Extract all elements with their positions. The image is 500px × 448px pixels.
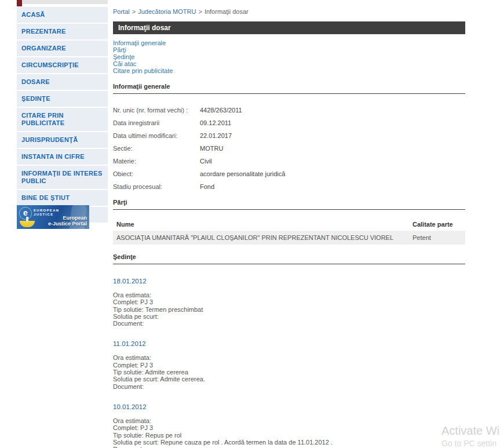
watermark-line2: Go to PC settin — [441, 438, 500, 448]
quick-link-cai-atac[interactable]: Căi atac — [113, 60, 465, 67]
quick-link-sedinte[interactable]: Şedinţe — [113, 53, 465, 60]
session-block: 11.01.2012 Ora estimata: Complet: PJ 3 T… — [113, 327, 465, 389]
field-label: Stadiu procesual: — [113, 183, 200, 190]
field-label: Nr. unic (nr. format vechi) : — [113, 107, 200, 114]
sidebar-item-jurisprudenta[interactable]: JURISPRUDENŢĂ — [17, 132, 108, 148]
parties-table: Nume Calitate parte ASOCIAŢIA UMANITARĂ … — [113, 218, 465, 245]
column-header-nume: Nume — [116, 221, 413, 228]
section-heading-sedinte: Şedinţe — [113, 253, 465, 264]
field-value: Fond — [200, 183, 214, 190]
sidebar-item-acasa[interactable]: ACASĂ — [17, 7, 108, 23]
session-block: 18.01.2012 Ora estimata: Complet: PJ 3 T… — [113, 264, 465, 327]
session-solutia-pe-scurt: Solutia pe scurt: — [113, 313, 465, 320]
session-tip-solutie: Tip solutie: Repus pe rol — [113, 432, 465, 439]
field-value: 22.01.2017 — [200, 132, 232, 139]
sidebar-item-prezentare[interactable]: PREZENTARE — [17, 24, 108, 39]
partially-visible-logo-fragment — [17, 0, 22, 6]
column-header-calitate-parte: Calitate parte — [413, 221, 462, 228]
field-row-data-inregistrarii: Data inregistrarii 09.12.2011 — [113, 119, 465, 126]
field-row-data-ultimei-modificari: Data ultimei modificari: 22.01.2017 — [113, 132, 465, 139]
section-heading-parti: Părţi — [113, 199, 465, 210]
windows-activation-watermark: Activate Win Go to PC settin — [441, 424, 500, 448]
session-complet: Complet: PJ 3 — [113, 362, 465, 369]
field-label: Obiect: — [113, 170, 200, 177]
session-date-link[interactable]: 18.01.2012 — [113, 278, 147, 285]
breadcrumb: Portal>Judecătoria MOTRU>Informaţii dosa… — [113, 8, 465, 15]
session-ora-estimata: Ora estimata: — [113, 292, 465, 298]
general-info-fields: Nr. unic (nr. format vechi) : 4428/263/2… — [113, 107, 465, 190]
portal-just-page: { "breadcrumb": { "portal": "Portal", "c… — [0, 0, 500, 448]
page-title: Informaţii dosar — [113, 21, 465, 34]
sidebar-item-circumscriptie[interactable]: CIRCUMSCRIPŢIE — [17, 57, 108, 73]
sidebar-top-strip — [16, 0, 108, 4]
field-row-sectie: Sectie: MOTRU — [113, 145, 465, 152]
ejustice-caption-line2: e-Justice Portal — [48, 221, 87, 227]
sidebar-item-instanta-in-cifre[interactable]: INSTANTA IN CIFRE — [17, 149, 108, 165]
field-label: Data ultimei modificari: — [113, 132, 200, 139]
quick-link-citare-prin-publicitate[interactable]: Citare prin publicitate — [113, 67, 465, 74]
session-details: Ora estimata: Complet: PJ 3 Tip solutie:… — [113, 417, 465, 448]
field-row-stadiu-procesual: Stadiu procesual: Fond — [113, 183, 465, 190]
sidebar-item-dosare[interactable]: DOSARE — [17, 74, 108, 90]
session-date-link[interactable]: 10.01.2012 — [113, 403, 147, 410]
breadcrumb-separator: > — [196, 8, 204, 15]
sidebar-item-citare-prin-publicitate[interactable]: CITARE PRIN PUBLICITATE — [17, 108, 108, 131]
ejustice-logo-icon: e — [19, 207, 32, 220]
session-block: 10.01.2012 Ora estimata: Complet: PJ 3 T… — [113, 390, 465, 448]
parties-table-header: Nume Calitate parte — [113, 218, 465, 231]
session-document: Document: — [113, 446, 465, 448]
field-value: 09.12.2011 — [200, 119, 231, 126]
quick-links: Informaţii generale Părţi Şedinţe Căi at… — [113, 39, 465, 74]
quick-link-parti[interactable]: Părţi — [113, 46, 465, 53]
sidebar-item-bine-de-stiut[interactable]: BINE DE ŞTIUT — [17, 190, 108, 206]
field-row-obiect: Obiect: acordare personalitate juridică — [113, 170, 465, 177]
field-label: Materie: — [113, 158, 200, 165]
ejustice-banner[interactable]: e EUROPEAN JUSTICE European e-Justice Po… — [17, 205, 89, 229]
watermark-line1: Activate Win — [441, 424, 500, 438]
ejustice-logo-line1: EUROPEAN — [34, 209, 59, 213]
field-row-materie: Materie: Civil — [113, 158, 465, 165]
session-solutia-pe-scurt: Solutia pe scurt: Repune cauza pe rol . … — [113, 439, 465, 446]
session-complet: Complet: PJ 3 — [113, 298, 465, 305]
sidebar-item-sedinte[interactable]: ŞEDINŢE — [17, 91, 108, 107]
section-heading-informatii-generale: Informaţii generale — [113, 83, 465, 94]
main-content: Portal>Judecătoria MOTRU>Informaţii dosa… — [113, 8, 465, 448]
field-value: Civil — [200, 158, 212, 165]
field-value: 4428/263/2011 — [200, 107, 242, 114]
sidebar-nav: ACASĂ PREZENTARE ORGANIZARE CIRCUMSCRIPŢ… — [17, 7, 108, 224]
session-solutia-pe-scurt: Solutia pe scurt: Admite cererea. — [113, 376, 465, 383]
session-document: Document: — [113, 320, 465, 327]
scales-icon — [20, 221, 35, 227]
field-value: acordare personalitate juridică — [200, 170, 285, 177]
field-value: MOTRU — [200, 145, 223, 152]
session-ora-estimata: Ora estimata: — [113, 417, 465, 424]
sidebar-item-organizare[interactable]: ORGANIZARE — [17, 41, 108, 56]
breadcrumb-link-court[interactable]: Judecătoria MOTRU — [138, 8, 196, 15]
breadcrumb-separator: > — [130, 8, 138, 15]
session-details: Ora estimata: Complet: PJ 3 Tip solutie:… — [113, 292, 465, 327]
sidebar-item-informatii-de-interes-public[interactable]: INFORMAŢII DE INTERES PUBLIC — [17, 166, 108, 189]
ejustice-caption-line1: European — [48, 215, 87, 221]
party-quality: Petent — [413, 234, 462, 241]
party-name: ASOCIAŢIA UMANITARĂ "PLAIUL CLOŞANILOR" … — [116, 234, 413, 241]
session-ora-estimata: Ora estimata: — [113, 354, 465, 361]
session-complet: Complet: PJ 3 — [113, 424, 465, 431]
breadcrumb-link-portal[interactable]: Portal — [113, 8, 130, 15]
field-row-nr-unic: Nr. unic (nr. format vechi) : 4428/263/2… — [113, 107, 465, 114]
field-label: Data inregistrarii — [113, 119, 200, 126]
field-label: Sectie: — [113, 145, 200, 152]
session-tip-solutie: Tip solutie: Admite cererea — [113, 369, 465, 376]
session-date-link[interactable]: 11.01.2012 — [113, 340, 146, 347]
table-row: ASOCIAŢIA UMANITARĂ "PLAIUL CLOŞANILOR" … — [113, 231, 465, 245]
ejustice-banner-caption: European e-Justice Portal — [48, 215, 87, 227]
quick-link-informatii-generale[interactable]: Informaţii generale — [113, 39, 465, 46]
session-tip-solutie: Tip solutie: Termen preschimbat — [113, 306, 465, 313]
session-details: Ora estimata: Complet: PJ 3 Tip solutie:… — [113, 354, 465, 389]
breadcrumb-current: Informaţii dosar — [205, 8, 249, 15]
session-document: Document: — [113, 383, 465, 390]
